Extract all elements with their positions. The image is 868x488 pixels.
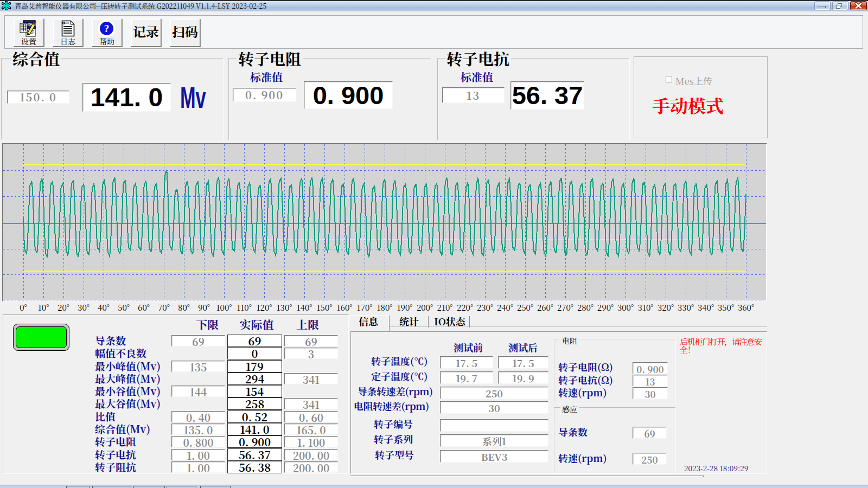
svg-text:?: ? — [104, 23, 110, 34]
